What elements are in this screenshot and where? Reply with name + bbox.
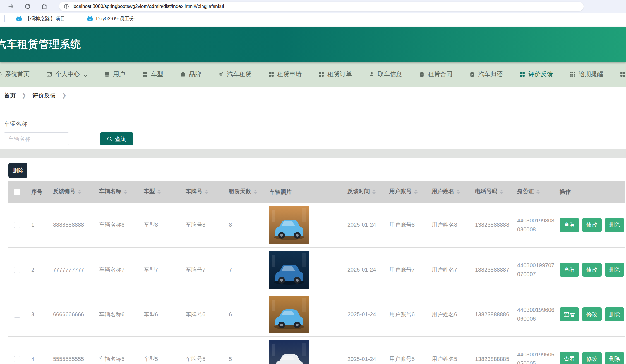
column-label: 操作: [560, 189, 571, 195]
nav-item-逾期提醒[interactable]: 逾期提醒: [570, 70, 603, 78]
nav-item-label: 汽车租赁: [227, 70, 251, 78]
delete-button[interactable]: 删除: [605, 263, 624, 277]
grid-dots-icon: [570, 71, 575, 77]
edit-button[interactable]: 修改: [582, 263, 602, 277]
table-row: 1 8888888888 车辆名称8 车型8 车牌号8 8 2025-01-24…: [8, 203, 625, 247]
nav-item-评价反馈[interactable]: 评价反馈: [519, 70, 553, 78]
column-header-id_card[interactable]: 身份证: [514, 181, 556, 203]
delete-button[interactable]: 删除: [605, 218, 624, 232]
view-button[interactable]: 查看: [560, 218, 579, 232]
view-button[interactable]: 查看: [560, 307, 579, 321]
url-bar[interactable]: localhost:8080/springbootswg2vlom/admin/…: [59, 2, 584, 11]
cell-account: 用户账号6: [386, 292, 428, 337]
vehicle-photo: [269, 340, 309, 364]
cell-days: 5: [226, 337, 266, 364]
nav-item-label: 个人中心: [55, 70, 80, 78]
column-header-model[interactable]: 车型: [140, 181, 182, 203]
nav-item-个人中心[interactable]: 个人中心: [46, 70, 87, 78]
home-icon[interactable]: [41, 3, 48, 10]
cell-vehicle-name: 车辆名称5: [96, 337, 140, 364]
search-button[interactable]: 查询: [100, 132, 133, 145]
search-input[interactable]: [4, 132, 69, 145]
view-button[interactable]: 查看: [560, 263, 579, 277]
nav-item-租赁申请[interactable]: 租赁申请: [268, 70, 302, 78]
monitor-icon: [104, 71, 110, 77]
edit-button[interactable]: 修改: [582, 218, 602, 232]
select-all-checkbox[interactable]: [14, 189, 20, 195]
column-header-plate[interactable]: 车牌号: [182, 181, 226, 203]
row-checkbox[interactable]: [14, 356, 20, 362]
sort-carets-icon[interactable]: [372, 188, 376, 196]
bulk-delete-button[interactable]: 删除: [8, 163, 27, 178]
row-checkbox[interactable]: [14, 312, 20, 318]
page-info-icon[interactable]: [64, 4, 69, 9]
bookmarks-divider: [4, 15, 5, 22]
delete-button[interactable]: 删除: [605, 352, 624, 364]
bookmark-item[interactable]: Day02-09-员工分...: [87, 15, 139, 22]
sort-carets-icon[interactable]: [414, 188, 418, 196]
vehicle-photo: [269, 296, 309, 333]
row-checkbox[interactable]: [14, 222, 20, 228]
nav-item-系统管理[interactable]: 系统管理: [620, 70, 626, 78]
column-label: 车型: [144, 188, 155, 194]
view-button[interactable]: 查看: [560, 352, 579, 364]
cell-id-card: 440300199505050005: [517, 350, 556, 364]
breadcrumb-home[interactable]: 首页: [4, 92, 16, 99]
chevron-right-icon: ❯: [22, 92, 26, 99]
delete-button[interactable]: 删除: [605, 307, 624, 321]
nav-item-品牌[interactable]: 品牌: [180, 70, 201, 78]
nav-item-系统首页[interactable]: 系统首页: [0, 70, 30, 78]
bookmark-label: 【码神之路】项目...: [25, 15, 69, 22]
nav-item-租赁合同[interactable]: 租赁合同: [419, 70, 452, 78]
nav-item-用户[interactable]: 用户: [104, 70, 125, 78]
column-header-vehicle_name[interactable]: 车辆名称: [96, 181, 140, 203]
cell-index: 4: [28, 337, 50, 364]
edit-button[interactable]: 修改: [582, 352, 602, 364]
edit-button[interactable]: 修改: [582, 307, 602, 321]
nav-item-label: 品牌: [189, 70, 201, 78]
row-checkbox[interactable]: [14, 267, 20, 273]
search-section: 车辆名称 查询: [0, 104, 626, 145]
sort-carets-icon[interactable]: [500, 188, 503, 196]
cell-plate: 车牌号7: [182, 247, 226, 292]
row-actions: 查看 修改 删除: [560, 263, 625, 277]
column-header-index: 序号: [28, 181, 50, 203]
sort-carets-icon[interactable]: [457, 188, 460, 196]
sort-carets-icon[interactable]: [536, 188, 540, 196]
cell-plate: 车牌号6: [182, 292, 226, 337]
sort-carets-icon[interactable]: [205, 188, 208, 196]
column-header-phone[interactable]: 电话号码: [472, 181, 514, 203]
cell-phone: 13823888885: [472, 337, 514, 364]
nav-item-车型[interactable]: 车型: [142, 70, 163, 78]
sort-carets-icon[interactable]: [124, 188, 127, 196]
chevron-down-icon: [83, 72, 87, 76]
nav-item-label: 系统首页: [5, 70, 30, 78]
nav-item-汽车租赁[interactable]: 汽车租赁: [218, 70, 251, 78]
column-header-time[interactable]: 反馈时间: [344, 181, 386, 203]
bookmark-item[interactable]: 【码神之路】项目...: [16, 15, 69, 22]
profile-card-icon: [46, 71, 52, 77]
bilibili-icon: [87, 16, 93, 22]
nav-item-租赁订单[interactable]: 租赁订单: [318, 70, 352, 78]
column-header-feedback_no[interactable]: 反馈编号: [50, 181, 96, 203]
cell-id-card: 440300199707070007: [517, 261, 556, 279]
cell-phone: 13823888886: [472, 292, 514, 337]
cell-account: 用户账号5: [386, 337, 428, 364]
search-icon: [107, 136, 112, 142]
sort-carets-icon[interactable]: [157, 188, 161, 196]
column-header-days[interactable]: 租赁天数: [226, 181, 266, 203]
vehicle-photo: [269, 206, 309, 244]
nav-item-取车信息[interactable]: 取车信息: [369, 70, 402, 78]
nav-item-label: 取车信息: [378, 70, 402, 78]
dashboard-icon: [0, 71, 2, 77]
sort-carets-icon[interactable]: [78, 188, 81, 196]
forward-icon[interactable]: [7, 3, 15, 10]
reload-icon[interactable]: [24, 3, 31, 10]
column-header-username[interactable]: 用户姓名: [428, 181, 472, 203]
cell-account: 用户账号7: [386, 247, 428, 292]
column-header-account[interactable]: 用户账号: [386, 181, 428, 203]
nav-item-汽车归还[interactable]: 汽车归还: [469, 70, 503, 78]
row-actions: 查看 修改 删除: [560, 352, 625, 364]
column-label: 车辆名称: [99, 188, 121, 194]
sort-carets-icon[interactable]: [254, 188, 257, 196]
